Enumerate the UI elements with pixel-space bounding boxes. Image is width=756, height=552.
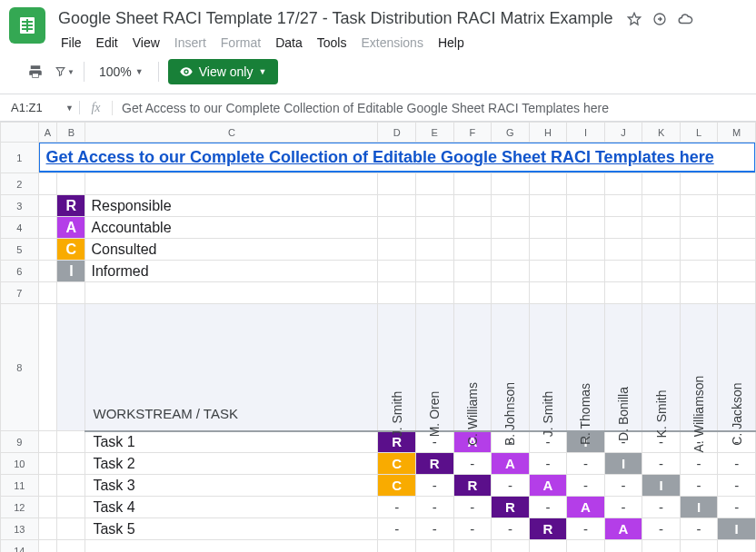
cell[interactable] xyxy=(718,195,756,217)
spreadsheet-grid[interactable]: ABCDEFGHIJKLM 1Get Access to our Complet… xyxy=(0,122,756,552)
cell[interactable] xyxy=(453,261,492,282)
col-header-H[interactable]: H xyxy=(529,123,567,143)
raci-cell[interactable]: - xyxy=(718,453,756,475)
raci-cell[interactable]: - xyxy=(453,453,492,475)
cell[interactable] xyxy=(453,217,492,239)
cell[interactable] xyxy=(529,217,567,239)
cell[interactable] xyxy=(567,195,605,217)
cell[interactable] xyxy=(57,304,85,431)
raci-cell[interactable]: - xyxy=(567,518,605,540)
filter-icon[interactable]: ▼ xyxy=(55,62,75,82)
cell[interactable] xyxy=(378,282,416,304)
cell[interactable] xyxy=(680,239,718,261)
cell[interactable]: Get Access to our Complete Collection of… xyxy=(38,143,755,173)
cell[interactable] xyxy=(567,261,605,282)
menu-edit[interactable]: Edit xyxy=(90,32,124,54)
raci-cell[interactable]: I xyxy=(718,518,756,540)
raci-cell[interactable]: - xyxy=(604,475,642,497)
row-header[interactable]: 14 xyxy=(1,540,39,553)
cell[interactable] xyxy=(604,282,642,304)
doc-title[interactable]: Google Sheet RACI Template 17/27 - Task … xyxy=(55,7,617,30)
cell[interactable] xyxy=(38,261,57,282)
raci-cell[interactable]: - xyxy=(718,475,756,497)
cell[interactable] xyxy=(38,195,57,217)
row-header[interactable]: 4 xyxy=(1,217,39,239)
cell[interactable] xyxy=(416,540,454,553)
cell[interactable] xyxy=(680,195,718,217)
col-header-G[interactable]: G xyxy=(492,123,530,143)
task-name[interactable]: Task 5 xyxy=(85,518,378,540)
row-header[interactable]: 5 xyxy=(1,239,39,261)
cell[interactable] xyxy=(57,453,85,475)
cell[interactable] xyxy=(680,173,718,195)
cell[interactable] xyxy=(680,217,718,239)
task-name[interactable]: Task 4 xyxy=(85,497,378,518)
cell[interactable] xyxy=(680,261,718,282)
row-header[interactable]: 10 xyxy=(1,453,39,475)
cell[interactable] xyxy=(38,173,57,195)
cell[interactable] xyxy=(416,282,454,304)
cell[interactable] xyxy=(38,497,57,518)
cell[interactable] xyxy=(718,217,756,239)
legend-label[interactable]: Informed xyxy=(85,261,378,282)
cloud-icon[interactable] xyxy=(677,11,693,27)
cell[interactable] xyxy=(416,261,454,282)
print-icon[interactable] xyxy=(25,62,45,82)
col-header-A[interactable]: A xyxy=(38,123,57,143)
raci-cell[interactable]: - xyxy=(492,518,530,540)
cell[interactable] xyxy=(416,239,454,261)
col-header-J[interactable]: J xyxy=(604,123,642,143)
legend-label[interactable]: Accountable xyxy=(85,217,378,239)
cell[interactable] xyxy=(492,173,530,195)
view-only-button[interactable]: View only ▼ xyxy=(168,59,279,84)
raci-cell[interactable]: I xyxy=(680,497,718,518)
cell[interactable] xyxy=(378,173,416,195)
col-header-I[interactable]: I xyxy=(567,123,605,143)
cell[interactable] xyxy=(57,497,85,518)
raci-cell[interactable]: - xyxy=(680,518,718,540)
cell[interactable] xyxy=(680,282,718,304)
cell[interactable] xyxy=(529,173,567,195)
name-box[interactable]: A1:Z1▼ xyxy=(0,101,80,114)
person-header[interactable]: B. Johnson xyxy=(492,304,530,431)
cell[interactable] xyxy=(604,239,642,261)
cell[interactable] xyxy=(378,540,416,553)
cell[interactable] xyxy=(718,282,756,304)
raci-cell[interactable]: - xyxy=(567,453,605,475)
cell[interactable] xyxy=(642,282,681,304)
cell[interactable] xyxy=(492,261,530,282)
cell[interactable] xyxy=(529,282,567,304)
raci-cell[interactable]: - xyxy=(416,475,454,497)
cell[interactable] xyxy=(416,217,454,239)
row-header[interactable]: 9 xyxy=(1,431,39,453)
col-header-E[interactable]: E xyxy=(416,123,454,143)
cell[interactable] xyxy=(453,282,492,304)
col-header-C[interactable]: C xyxy=(85,123,378,143)
raci-cell[interactable]: - xyxy=(378,497,416,518)
formula-input[interactable]: Get Access to our Complete Collection of… xyxy=(113,101,756,115)
col-header-L[interactable]: L xyxy=(680,123,718,143)
person-header[interactable]: M. Oren xyxy=(416,304,454,431)
raci-cell[interactable]: - xyxy=(604,497,642,518)
cell[interactable] xyxy=(604,173,642,195)
col-header-M[interactable]: M xyxy=(718,123,756,143)
cell[interactable] xyxy=(567,217,605,239)
raci-cell[interactable]: - xyxy=(416,497,454,518)
workstream-header[interactable]: WORKSTREAM / TASK xyxy=(85,304,378,431)
row-header[interactable]: 8 xyxy=(1,304,39,431)
raci-cell[interactable]: - xyxy=(529,453,567,475)
cell[interactable] xyxy=(529,239,567,261)
row-header[interactable]: 13 xyxy=(1,518,39,540)
raci-cell[interactable]: - xyxy=(680,453,718,475)
cell[interactable] xyxy=(416,195,454,217)
raci-cell[interactable]: - xyxy=(378,518,416,540)
cell[interactable] xyxy=(604,217,642,239)
cell[interactable] xyxy=(604,261,642,282)
cell[interactable] xyxy=(378,261,416,282)
person-header[interactable]: C. Jackson xyxy=(718,304,756,431)
legend-code[interactable]: R xyxy=(57,195,85,217)
person-header[interactable]: J. Smith xyxy=(529,304,567,431)
row-header[interactable]: 1 xyxy=(1,143,39,173)
cell[interactable] xyxy=(57,173,85,195)
task-name[interactable]: … xyxy=(85,540,378,553)
